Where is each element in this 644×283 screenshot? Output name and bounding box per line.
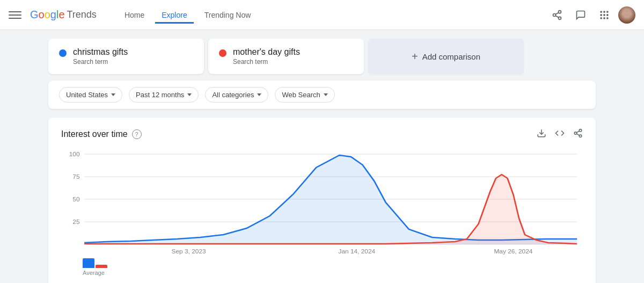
svg-rect-10 — [606, 14, 608, 16]
search-terms-row: christmas gifts Search term mother's day… — [48, 39, 596, 74]
svg-rect-12 — [603, 17, 605, 19]
svg-rect-11 — [601, 17, 602, 19]
nav-home[interactable]: Home — [118, 6, 151, 24]
svg-text:50: 50 — [72, 196, 79, 202]
svg-text:Sep 3, 2023: Sep 3, 2023 — [172, 248, 206, 255]
svg-point-0 — [559, 10, 561, 13]
svg-point-2 — [559, 17, 561, 19]
term2-type: Search term — [233, 58, 300, 66]
info-icon[interactable]: ? — [132, 129, 142, 139]
term1-text: christmas gifts Search term — [73, 47, 128, 66]
filter-country-label: United States — [66, 91, 108, 99]
term2-text: mother's day gifts Search term — [233, 47, 300, 66]
term2-color-dot — [219, 49, 226, 57]
embed-icon[interactable] — [555, 128, 565, 140]
download-icon[interactable] — [537, 128, 546, 140]
trends-wordmark: Trends — [67, 9, 97, 20]
svg-rect-9 — [603, 14, 605, 16]
svg-line-4 — [555, 12, 559, 14]
search-term-card-2[interactable]: mother's day gifts Search term — [208, 39, 364, 74]
average-label: Average — [83, 270, 107, 276]
svg-rect-8 — [601, 14, 602, 16]
avg-bar-blue — [83, 258, 94, 268]
add-comparison-content: + Add comparison — [412, 50, 480, 63]
share-chart-icon[interactable] — [573, 128, 583, 140]
svg-rect-13 — [606, 17, 608, 19]
app-header: Google Trends Home Explore Trending Now — [0, 0, 644, 30]
search-term-card-1[interactable]: christmas gifts Search term — [48, 39, 204, 74]
svg-rect-7 — [606, 11, 608, 12]
interest-over-time-card: Interest over time ? — [48, 118, 596, 283]
svg-text:25: 25 — [72, 219, 79, 225]
svg-text:100: 100 — [69, 151, 80, 157]
term1-name: christmas gifts — [73, 47, 128, 57]
apps-button[interactable] — [595, 5, 614, 25]
nav-explore[interactable]: Explore — [155, 6, 193, 24]
plus-icon: + — [412, 50, 418, 63]
filter-row: United States Past 12 months All categor… — [48, 81, 596, 109]
main-content: christmas gifts Search term mother's day… — [0, 30, 644, 283]
svg-text:May 26, 2024: May 26, 2024 — [494, 248, 533, 255]
svg-text:75: 75 — [72, 173, 79, 180]
average-bars — [83, 258, 107, 268]
term1-color-dot — [59, 49, 67, 57]
filter-category[interactable]: All categories — [205, 87, 268, 103]
filter-country[interactable]: United States — [59, 87, 122, 103]
chart-svg: 100 75 50 25 Sep 3, 2023 Jan 14, 2024 Ma… — [61, 149, 583, 256]
avg-bar-red — [96, 265, 107, 268]
filter-category-label: All categories — [212, 91, 254, 99]
filter-time[interactable]: Past 12 months — [129, 87, 199, 103]
chevron-down-icon — [257, 93, 261, 96]
term1-type: Search term — [73, 58, 128, 66]
chevron-down-icon — [324, 93, 328, 96]
nav-trending-now[interactable]: Trending Now — [198, 6, 258, 24]
svg-line-19 — [576, 131, 579, 133]
chevron-down-icon — [187, 93, 192, 96]
menu-icon[interactable] — [9, 9, 21, 21]
chart-header: Interest over time ? — [61, 128, 583, 140]
chevron-down-icon — [111, 93, 115, 96]
feedback-button[interactable] — [571, 5, 590, 25]
term2-name: mother's day gifts — [233, 47, 300, 57]
chart-title-row: Interest over time ? — [61, 129, 142, 139]
svg-point-15 — [579, 129, 582, 132]
chart-area: 100 75 50 25 Sep 3, 2023 Jan 14, 2024 Ma… — [61, 149, 583, 256]
filter-search-type-label: Web Search — [282, 91, 320, 99]
header-right — [547, 5, 635, 25]
filter-time-label: Past 12 months — [136, 91, 184, 99]
chart-title: Interest over time — [61, 129, 128, 139]
add-comparison-label: Add comparison — [422, 52, 480, 61]
add-comparison-card[interactable]: + Add comparison — [368, 39, 524, 74]
svg-line-18 — [576, 134, 579, 135]
svg-text:Jan 14, 2024: Jan 14, 2024 — [338, 248, 375, 255]
google-wordmark: Google — [30, 9, 65, 21]
chart-actions — [537, 128, 583, 140]
svg-rect-6 — [603, 11, 605, 12]
header-left: Google Trends Home Explore Trending Now — [9, 6, 257, 24]
average-bars-container: Average — [83, 258, 107, 276]
svg-line-3 — [555, 16, 559, 17]
google-trends-logo[interactable]: Google Trends — [30, 9, 97, 21]
filter-search-type[interactable]: Web Search — [275, 87, 334, 103]
svg-point-17 — [579, 135, 582, 137]
main-nav: Home Explore Trending Now — [118, 6, 257, 24]
user-avatar[interactable] — [618, 6, 635, 24]
share-button[interactable] — [547, 5, 567, 25]
average-section: Average — [61, 258, 583, 276]
svg-point-16 — [574, 132, 577, 135]
svg-point-1 — [553, 13, 556, 16]
svg-rect-5 — [601, 11, 602, 12]
